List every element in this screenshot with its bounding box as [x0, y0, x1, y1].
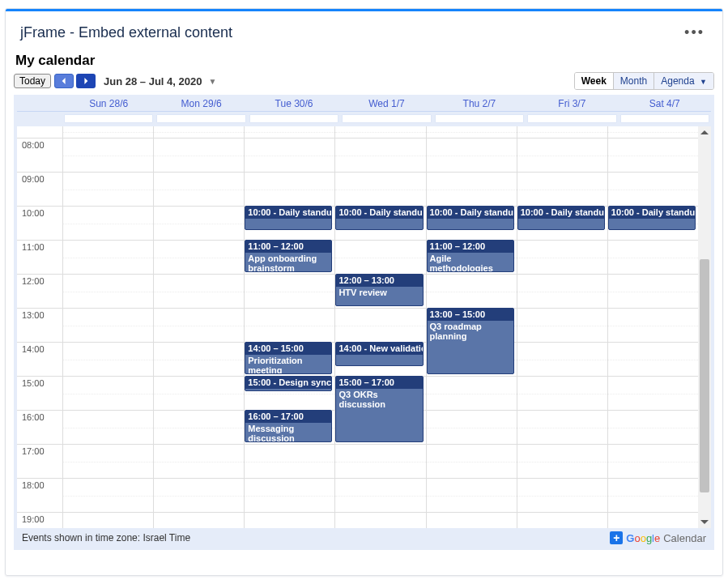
event-title: HTV review [336, 287, 422, 300]
chevron-left-icon [61, 78, 67, 84]
next-button[interactable] [76, 74, 96, 88]
scrollbar-track[interactable] [698, 139, 711, 515]
card-header: jFrame - Embed external content ••• [6, 11, 722, 49]
scrollbar-thumb[interactable] [700, 259, 709, 492]
calendar-event[interactable]: 14:00 – 15:00Prioritization meeting [245, 342, 332, 374]
event-title: Messaging discussion [245, 423, 331, 442]
event-time-header: 10:00 - Daily standup [609, 207, 695, 219]
date-range-label: Jun 28 – Jul 4, 2020 [104, 75, 202, 87]
day-header[interactable]: Mon 29/6 [155, 95, 247, 111]
today-button[interactable]: Today [14, 74, 51, 88]
event-time-header: 15:00 – 17:00 [336, 377, 422, 389]
chevron-up-icon [700, 129, 709, 137]
chevron-down-icon: ▼ [208, 77, 216, 86]
calendar-event[interactable]: 16:00 – 17:00Messaging discussion [245, 410, 332, 442]
prev-button[interactable] [54, 74, 74, 88]
calendar-grid[interactable]: 08:0009:0010:0011:0012:0013:0014:0015:00… [17, 126, 698, 528]
allday-slot[interactable] [435, 114, 524, 123]
event-time-header: 10:00 - Daily standup [428, 207, 513, 219]
event-time-header: 13:00 – 15:00 [428, 309, 513, 321]
scroll-up-button[interactable] [698, 126, 711, 139]
card-title: jFrame - Embed external content [20, 24, 232, 41]
timezone-note: Events shown in time zone: Israel Time [22, 532, 190, 544]
day-header[interactable]: Fri 3/7 [526, 95, 618, 111]
event-time-header: 16:00 – 17:00 [245, 411, 331, 423]
calendar-event[interactable]: 10:00 - Daily standup [245, 206, 332, 230]
event-time-header: 10:00 - Daily standup [336, 207, 422, 219]
event-time-header: 10:00 - Daily standup [518, 207, 604, 219]
calendar-title: My calendar [14, 53, 714, 70]
allday-slot[interactable] [249, 114, 338, 123]
calendar-event[interactable]: 11:00 – 12:00Agile methodologies [427, 240, 514, 272]
allday-slot[interactable] [527, 114, 616, 123]
jframe-card: jFrame - Embed external content ••• My c… [5, 8, 723, 576]
allday-slot[interactable] [156, 114, 245, 123]
event-title: Q3 OKRs discussion [336, 389, 422, 411]
calendar-footer: Events shown in time zone: Israel Time +… [17, 528, 711, 547]
day-header[interactable]: Sat 4/7 [619, 95, 711, 111]
event-title: App onboarding brainstorm [245, 253, 331, 272]
calendar-event[interactable]: 10:00 - Daily standup [608, 206, 696, 230]
brand-suffix: Calendar [663, 532, 706, 544]
allday-slot[interactable] [620, 114, 709, 123]
day-header[interactable]: Wed 1/7 [340, 95, 432, 111]
chevron-down-icon: ▼ [695, 78, 707, 86]
chevron-right-icon [83, 78, 89, 84]
view-tabs: Week Month Agenda ▼ [574, 72, 714, 90]
tab-agenda[interactable]: Agenda ▼ [653, 73, 713, 89]
event-time-header: 10:00 - Daily standup [245, 207, 331, 219]
calendar-event[interactable]: 12:00 – 13:00HTV review [335, 274, 423, 306]
calendar-event[interactable]: 10:00 - Daily standup [517, 206, 605, 230]
calendar-event[interactable]: 13:00 – 15:00Q3 roadmap planning [427, 308, 514, 374]
event-time-header: 15:00 - Design sync [245, 377, 331, 389]
calendar-event[interactable]: 15:00 - Design sync [245, 376, 332, 391]
calendar-grid-wrap: 08:0009:0010:0011:0012:0013:0014:0015:00… [17, 126, 711, 528]
day-header-row: Sun 28/6 Mon 29/6 Tue 30/6 Wed 1/7 Thu 2… [17, 95, 711, 112]
event-time-header: 14:00 - New validation [336, 343, 422, 355]
calendar-event[interactable]: 10:00 - Daily standup [335, 206, 423, 230]
event-title: Agile methodologies [428, 253, 513, 272]
event-title: Prioritization meeting [245, 355, 331, 374]
event-time-header: 11:00 – 12:00 [428, 241, 513, 253]
chevron-down-icon [700, 518, 709, 526]
card-more-button[interactable]: ••• [681, 21, 708, 45]
calendar-shell: Sun 28/6 Mon 29/6 Tue 30/6 Wed 1/7 Thu 2… [14, 95, 714, 550]
event-title: Q3 roadmap planning [428, 321, 513, 343]
scroll-down-button[interactable] [698, 515, 711, 528]
calendar-toolbar: Today Jun 28 – Jul 4, 2020 ▼ [14, 70, 714, 93]
calendar-event[interactable]: 11:00 – 12:00App onboarding brainstorm [245, 240, 332, 272]
day-header[interactable]: Thu 2/7 [433, 95, 526, 111]
calendar-event[interactable]: 15:00 – 17:00Q3 OKRs discussion [335, 376, 423, 442]
allday-slot[interactable] [64, 114, 153, 123]
event-time-header: 14:00 – 15:00 [245, 343, 331, 355]
vertical-scrollbar[interactable] [698, 126, 711, 528]
allday-slot[interactable] [342, 114, 431, 123]
tab-week[interactable]: Week [575, 73, 613, 89]
event-time-header: 11:00 – 12:00 [245, 241, 331, 253]
calendar-event[interactable]: 10:00 - Daily standup [427, 206, 514, 230]
allday-row [17, 112, 711, 126]
calendar-event[interactable]: 14:00 - New validation [335, 342, 423, 366]
event-time-header: 12:00 – 13:00 [336, 275, 422, 287]
date-range-picker[interactable]: Jun 28 – Jul 4, 2020 ▼ [104, 75, 216, 87]
tab-month[interactable]: Month [613, 73, 653, 89]
day-header[interactable]: Tue 30/6 [248, 95, 340, 111]
google-logo-text: Google [626, 532, 660, 544]
day-header[interactable]: Sun 28/6 [62, 95, 155, 111]
google-calendar-badge[interactable]: + Google Calendar [610, 531, 706, 544]
plus-icon: + [610, 531, 623, 544]
